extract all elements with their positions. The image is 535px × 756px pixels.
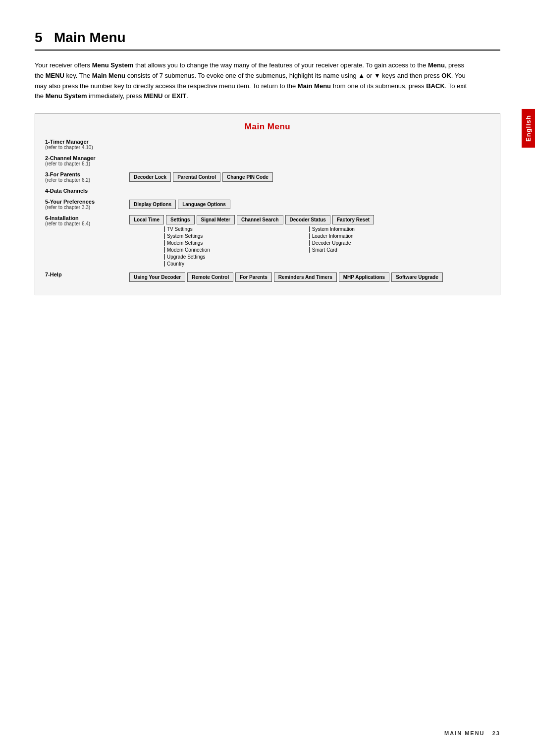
item-software-upgrade: Software Upgrade [391,272,443,282]
item-signal-meter: Signal Meter [197,215,235,224]
item-local-time: Local Time [129,215,164,224]
menu-label-help: 7-Help [45,271,129,277]
chapter-title: 5 Main Menu [35,30,500,51]
item-language-options: Language Options [178,200,230,209]
menu-row-help: 7-Help Using Your Decoder Remote Control… [45,271,490,282]
menu-row-timer-manager: 1-Timer Manager (refer to chapter 4.10) [45,139,490,150]
menu-diagram: Main Menu 1-Timer Manager (refer to chap… [35,113,500,295]
item-reminders-timers: Reminders And Timers [274,272,337,282]
item-remote-control: Remote Control [187,272,233,282]
diagram-title: Main Menu [45,122,490,132]
item-channel-search: Channel Search [237,215,283,224]
menu-label-for-parents: 3-For Parents (refer to chapter 6.2) [45,171,129,183]
menu-row-your-preferences: 5-Your Preferences (refer to chapter 3.3… [45,199,490,210]
decoder-status-subitems: System Information Loader Information De… [309,226,355,267]
language-tab: English [522,109,535,148]
menu-label-timer-manager: 1-Timer Manager (refer to chapter 4.10) [45,139,129,150]
sub-smart-card: Smart Card [309,247,355,253]
item-decoder-status: Decoder Status [285,215,330,224]
settings-subitems: TV Settings System Settings Modem Settin… [164,226,210,267]
item-settings: Settings [166,215,194,224]
sub-decoder-upgrade: Decoder Upgrade [309,240,355,246]
sub-system-info: System Information [309,226,355,232]
sub-modem-settings: Modem Settings [164,240,210,246]
item-mhp-applications: MHP Applications [339,272,389,282]
sub-tv-settings: TV Settings [164,226,210,232]
menu-label-your-preferences: 5-Your Preferences (refer to chapter 3.3… [45,199,129,210]
menu-row-for-parents: 3-For Parents (refer to chapter 6.2) Dec… [45,171,490,183]
item-factory-reset: Factory Reset [332,215,374,224]
item-using-decoder: Using Your Decoder [129,272,185,282]
menu-row-channel-manager: 2-Channel Manager (refer to chapter 6.1) [45,155,490,166]
item-change-pin: Change PIN Code [222,172,273,182]
intro-paragraph: Your receiver offers Menu System that al… [35,60,471,102]
item-display-options: Display Options [129,200,176,209]
chapter-number: 5 [35,30,43,45]
menu-label-channel-manager: 2-Channel Manager (refer to chapter 6.1) [45,155,129,166]
menu-label-installation: 6-Installation (refer to chapter 6.4) [45,215,129,226]
sub-upgrade-settings: Upgrade Settings [164,254,210,260]
menu-row-data-channels: 4-Data Channels [45,188,490,194]
item-parental-control: Parental Control [173,172,220,182]
sub-country: Country [164,261,210,267]
chapter-name: Main Menu [54,30,126,45]
sub-loader-info: Loader Information [309,233,355,239]
item-for-parents-help: For Parents [235,272,272,282]
footer-text: MAIN MENU 23 [444,730,500,736]
item-decoder-lock: Decoder Lock [129,172,171,182]
sub-system-settings: System Settings [164,233,210,239]
page-footer: MAIN MENU 23 [0,730,535,736]
menu-label-data-channels: 4-Data Channels [45,188,129,194]
menu-row-installation: 6-Installation (refer to chapter 6.4) Lo… [45,215,490,267]
sub-modem-connection: Modem Connection [164,247,210,253]
